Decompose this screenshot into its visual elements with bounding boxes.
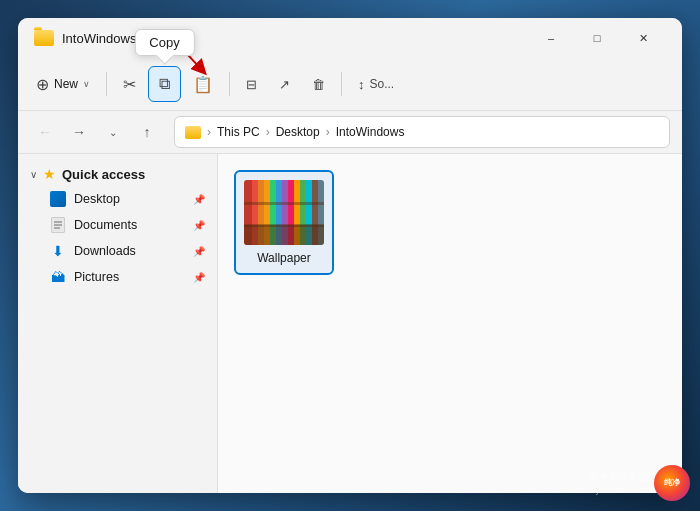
toolbar-divider-3 [341,72,342,96]
file-name: Wallpaper [257,251,311,265]
close-button[interactable]: ✕ [620,22,666,54]
sort-icon: ↕ [358,77,365,92]
address-bar[interactable]: › This PC › Desktop › IntoWindows [174,116,670,148]
minimize-button[interactable]: – [528,22,574,54]
wallpaper-preview [244,180,324,245]
paste-button[interactable]: 📋 [183,66,223,102]
sidebar-item-pictures-label: Pictures [74,270,185,284]
cut-button[interactable]: ✂ [113,66,146,102]
chevron-down-icon: ∨ [30,169,37,180]
sidebar-item-downloads[interactable]: ⬇ Downloads 📌 [18,238,217,264]
sort-label: So... [370,77,395,91]
copy-tooltip: Copy [134,29,194,56]
new-icon: ⊕ [36,75,49,94]
rename-icon: ⊟ [246,77,257,92]
title-bar: IntoWindows – □ ✕ [18,18,682,58]
sidebar-item-pictures[interactable]: 🏔 Pictures 📌 [18,264,217,290]
shelf-line-1 [244,202,324,205]
nav-bar: ← → ⌄ ↑ › This PC › Desktop › IntoWindow… [18,110,682,154]
toolbar: ⊕ New ∨ ✂ ⧉ Copy [18,58,682,110]
sort-button[interactable]: ↕ So... [348,66,404,102]
new-label: New [54,77,78,91]
tooltip-text: Copy [149,35,179,50]
watermark-url: www.yidaimei.com [574,484,648,497]
main-area: ∨ ★ Quick access Desktop 📌 [18,154,682,493]
share-icon: ↗ [279,77,290,92]
breadcrumb-sep-1: › [207,125,211,139]
documents-icon [50,217,66,233]
copy-button[interactable]: ⧉ Copy [148,66,181,102]
pin-icon: 📌 [193,194,205,205]
up-button[interactable]: ↑ [132,117,162,147]
breadcrumb-sep-2: › [266,125,270,139]
sidebar-item-documents[interactable]: Documents 📌 [18,212,217,238]
pin-icon-downloads: 📌 [193,246,205,257]
delete-button[interactable]: 🗑 [302,66,335,102]
forward-button[interactable]: → [64,117,94,147]
delete-icon: 🗑 [312,77,325,92]
breadcrumb-sep-3: › [326,125,330,139]
quick-access-header[interactable]: ∨ ★ Quick access [18,162,217,186]
new-button[interactable]: ⊕ New ∨ [26,66,100,102]
star-icon: ★ [43,166,56,182]
sidebar-item-desktop[interactable]: Desktop 📌 [18,186,217,212]
breadcrumb-desktop: Desktop [276,125,320,139]
pin-icon-pictures: 📌 [193,272,205,283]
desktop-icon [50,191,66,207]
breadcrumb-thispc: This PC [217,125,260,139]
file-item-wallpaper[interactable]: Wallpaper [234,170,334,275]
title-folder-icon [34,30,54,46]
paste-icon: 📋 [193,75,213,94]
downloads-icon: ⬇ [50,243,66,259]
maximize-button[interactable]: □ [574,22,620,54]
sidebar: ∨ ★ Quick access Desktop 📌 [18,154,218,493]
new-chevron: ∨ [83,79,90,89]
shelf-shadow [244,225,324,245]
toolbar-divider-1 [106,72,107,96]
share-button[interactable]: ↗ [269,66,300,102]
breadcrumb-intowindows: IntoWindows [336,125,405,139]
watermark-logo: 纯净 [654,465,690,501]
watermark: 纯净系统家园 www.yidaimei.com 纯净 [574,465,690,501]
file-thumbnail [244,180,324,245]
rename-button[interactable]: ⊟ [236,66,267,102]
pictures-icon: 🏔 [50,269,66,285]
explorer-window: IntoWindows – □ ✕ ⊕ New ∨ ✂ ⧉ Copy [18,18,682,493]
toolbar-divider-2 [229,72,230,96]
sidebar-item-downloads-label: Downloads [74,244,185,258]
cut-icon: ✂ [123,75,136,94]
window-title: IntoWindows [62,31,136,46]
content-pane: Wallpaper [218,154,682,493]
back-button[interactable]: ← [30,117,60,147]
pin-icon-docs: 📌 [193,220,205,231]
watermark-site: 纯净系统家园 [574,470,648,484]
address-folder-icon [185,126,201,139]
copy-icon: ⧉ [159,75,170,93]
recent-button[interactable]: ⌄ [98,117,128,147]
sidebar-item-desktop-label: Desktop [74,192,185,206]
window-controls: – □ ✕ [528,22,666,54]
quick-access-section: ∨ ★ Quick access Desktop 📌 [18,162,217,290]
sidebar-item-documents-label: Documents [74,218,185,232]
quick-access-label: Quick access [62,167,145,182]
